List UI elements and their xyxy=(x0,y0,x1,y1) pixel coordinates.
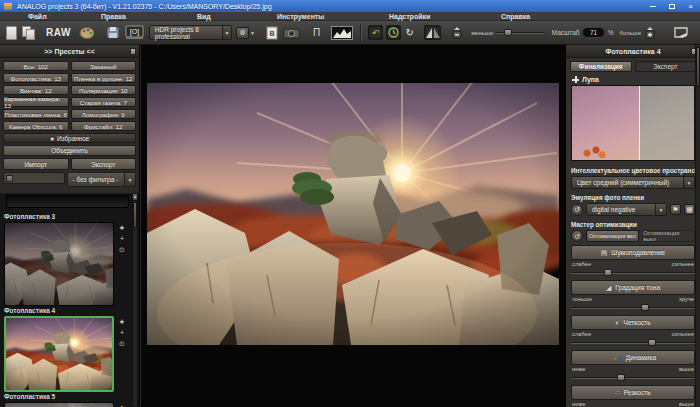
clarity-slider[interactable] xyxy=(571,338,695,347)
close-button[interactable]: × xyxy=(681,0,700,12)
history-button[interactable] xyxy=(386,25,401,40)
camera-button[interactable] xyxy=(283,27,300,39)
flag-icon[interactable]: ⚑ xyxy=(670,204,681,215)
add-icon[interactable]: + xyxy=(120,235,124,242)
compare-icon[interactable]: ⊙ xyxy=(119,246,125,253)
optimization-on-button[interactable]: Оптимизация вкл xyxy=(586,230,639,242)
combine-button[interactable]: Объединить xyxy=(3,145,136,156)
category-oldnewspaper[interactable]: Старая газета: 7 xyxy=(71,97,137,107)
new-file-button[interactable] xyxy=(6,26,17,40)
histogram-button[interactable] xyxy=(331,26,353,40)
history-clock-icon xyxy=(388,27,399,38)
slider-handle[interactable] xyxy=(641,304,649,311)
import-button[interactable]: Импорт xyxy=(3,158,69,170)
category-vintage[interactable]: Винтаж: 12 xyxy=(3,85,69,95)
zoom-in-button[interactable] xyxy=(644,26,656,39)
image-viewport xyxy=(141,45,565,407)
reset-icon[interactable]: ↺ xyxy=(571,204,583,216)
category-plasticlens[interactable]: Пластиковая линза: 8 xyxy=(3,109,69,119)
category-all[interactable]: Все: 102 xyxy=(3,61,69,71)
preset-thumbnail[interactable] xyxy=(4,402,114,407)
page-setup-button[interactable] xyxy=(673,26,689,39)
preset-list-scrollbar[interactable]: ▲ xyxy=(132,193,138,407)
raw-button[interactable]: RAW xyxy=(43,27,74,38)
optimization-off-button[interactable]: Оптимизация выкл xyxy=(642,230,695,242)
category-lomography[interactable]: Ломография: 9 xyxy=(71,109,137,119)
copy-button[interactable] xyxy=(22,26,35,40)
menu-addons[interactable]: Надстройки xyxy=(389,12,430,21)
filter-dropdown[interactable]: - без фильтра - ▼ xyxy=(67,172,136,187)
category-freestyle[interactable]: Фристайл: 12 xyxy=(71,121,137,131)
zoom-out-button[interactable] xyxy=(451,26,463,39)
slider-handle[interactable] xyxy=(604,269,612,276)
dynamics-button[interactable]: Динамика xyxy=(571,350,695,365)
noise-reduction-button[interactable]: ▤ Шумоподавление xyxy=(571,245,695,260)
tone-gradation-slider[interactable] xyxy=(571,303,695,312)
clarity-button[interactable]: ◐ Четкость xyxy=(571,315,695,330)
save-button[interactable] xyxy=(106,26,120,39)
noise-reduction-slider[interactable] xyxy=(571,268,695,277)
mirror-button[interactable] xyxy=(424,25,441,40)
maximize-button[interactable] xyxy=(662,0,681,12)
film-frame-icon[interactable]: ▦ xyxy=(684,204,695,215)
slider-min-label: ниже xyxy=(572,401,586,407)
chevron-down-icon: ▼ xyxy=(124,173,135,186)
compare-icon[interactable]: ⊙ xyxy=(119,340,125,347)
category-custom[interactable]: Заказной xyxy=(71,61,137,71)
menu-help[interactable]: Справка xyxy=(501,12,530,21)
category-pocketcam[interactable]: Карманная камера: 13 xyxy=(3,97,69,107)
undo-button[interactable]: ↶ xyxy=(368,25,383,40)
favorites-button[interactable]: ★ Избранное xyxy=(3,133,136,143)
filter-dropdown-value: - без фильтра - xyxy=(73,176,119,183)
tab-finalization[interactable]: Финализация xyxy=(570,61,632,72)
minimize-button[interactable] xyxy=(643,0,662,12)
projects-button[interactable]: [O] xyxy=(125,25,144,40)
menu-view[interactable]: Вид xyxy=(197,12,211,21)
category-polarization[interactable]: Поляризация: 10 xyxy=(71,85,137,95)
slider-handle[interactable] xyxy=(648,339,656,346)
sharpness-button[interactable]: ∴ Резкость xyxy=(571,385,695,400)
palette-button[interactable] xyxy=(79,26,95,39)
add-icon[interactable]: + xyxy=(120,329,124,336)
frame-button[interactable]: Π xyxy=(313,28,320,38)
menu-edit[interactable]: Правка xyxy=(101,12,126,21)
batch-button[interactable]: B xyxy=(266,26,278,40)
preset-thumbnail-selected[interactable] xyxy=(4,316,114,392)
preset-thumb-partial[interactable] xyxy=(6,195,129,208)
color-space-dropdown[interactable]: Цвет средний (симметричный) ▼ xyxy=(571,176,695,189)
edit-panel-header[interactable]: Фотопластика 4 xyxy=(566,45,700,58)
scrollbar-thumb[interactable] xyxy=(133,202,137,228)
zoom-slider-handle[interactable] xyxy=(504,29,512,36)
zoom-value-field[interactable]: 71 xyxy=(582,27,604,38)
reset-icon[interactable]: ↺ xyxy=(571,230,583,242)
presets-panel-header[interactable]: >> Пресеты << xyxy=(0,45,139,58)
film-emulation-dropdown[interactable]: digital negative ▼ xyxy=(586,203,667,216)
loupe-split-line[interactable] xyxy=(639,86,640,160)
preset-search-input[interactable] xyxy=(3,172,65,184)
favorite-star-icon[interactable]: ★ xyxy=(119,318,125,325)
dynamics-slider[interactable] xyxy=(571,373,695,382)
redo-button[interactable]: ↻ xyxy=(406,27,414,38)
menu-file[interactable]: Файл xyxy=(28,12,47,21)
category-obscura[interactable]: Камера Obscura: 6 xyxy=(3,121,69,131)
tone-gradation-button[interactable]: ◢ Градация тона xyxy=(571,280,695,295)
clarity-icon: ◐ xyxy=(615,319,619,326)
favorite-star-icon[interactable]: ★ xyxy=(119,224,125,231)
pin-icon[interactable] xyxy=(130,48,136,55)
scroll-up-arrow[interactable]: ▲ xyxy=(133,194,137,201)
category-rollfilm[interactable]: Пленка в рулоне: 12 xyxy=(71,73,137,83)
preset-item-selected: Фотопластика 4 ★ + ⊙ xyxy=(0,306,139,392)
zoom-slider[interactable] xyxy=(496,28,543,37)
menu-tools[interactable]: Инструменты xyxy=(277,12,324,21)
plugin-tool-button[interactable]: ⚙ ▼ xyxy=(236,27,255,39)
export-button[interactable]: Экспорт xyxy=(71,158,137,170)
projects-dropdown[interactable]: HDR projects 8 professional ▼ xyxy=(149,25,232,40)
category-photoplastic[interactable]: Фотопластика: 13 xyxy=(3,73,69,83)
loupe-preview[interactable] xyxy=(571,85,695,161)
preset-thumbnail[interactable] xyxy=(4,222,114,306)
edit-panel-scrollbar[interactable] xyxy=(695,45,700,407)
slider-handle[interactable] xyxy=(617,374,625,381)
main-photo[interactable] xyxy=(147,83,559,345)
scrollbar-thumb[interactable] xyxy=(696,47,700,87)
tab-expert[interactable]: Эксперт xyxy=(635,61,697,72)
